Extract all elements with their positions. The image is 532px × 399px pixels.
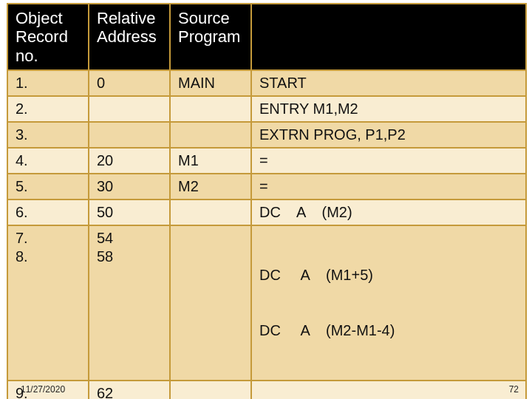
cell-address: 30: [89, 174, 170, 200]
cell-statement: EXTRN PROG, P1,P2: [251, 122, 526, 148]
cell-statement: START: [251, 70, 526, 96]
table-row: 6. 50 DC A (M2): [7, 200, 526, 225]
cell-record-no-8: 8.: [16, 248, 82, 266]
header-object-record-no: Object Record no.: [7, 4, 89, 70]
table-header-row: Object Record no. Relative Address Sourc…: [7, 4, 526, 70]
cell-address: 20: [89, 148, 170, 174]
cell-record-no: 7. 8.: [7, 225, 89, 381]
cell-record-no-7: 7.: [16, 229, 82, 248]
table-row: 4. 20 M1 =: [7, 148, 526, 174]
header-source-program: Source Program: [170, 4, 251, 70]
cell-source: [170, 122, 251, 148]
cell-source: [170, 96, 251, 122]
cell-statement-8: DC A (M2-M1-4): [259, 321, 519, 340]
header-statement: [251, 4, 526, 70]
table-row: 1. 0 MAIN START: [7, 70, 526, 96]
cell-record-no: 3.: [7, 122, 89, 148]
cell-address: 62 66: [89, 381, 170, 399]
cell-address-7: 54: [97, 229, 163, 248]
cell-source: [170, 225, 251, 381]
cell-record-no: 2.: [7, 96, 89, 122]
cell-address: [89, 122, 170, 148]
slide: Object Record no. Relative Address Sourc…: [0, 0, 532, 399]
cell-statement: ENTRY M1,M2: [251, 96, 526, 122]
cell-statement: =: [251, 174, 526, 200]
cell-record-no: 5.: [7, 174, 89, 200]
table-row: 3. EXTRN PROG, P1,P2: [7, 122, 526, 148]
cell-address: 50: [89, 200, 170, 225]
cell-address-9: 62: [97, 384, 163, 399]
cell-source: M2: [170, 174, 251, 200]
cell-statement: DC A (M1+5) DC A (M2-M1-4): [251, 225, 526, 381]
cell-statement: =: [251, 148, 526, 174]
cell-address: [89, 96, 170, 122]
cell-address: 54 58: [89, 225, 170, 381]
cell-address: 0: [89, 70, 170, 96]
cell-record-no: 1.: [7, 70, 89, 96]
source-program-table: Object Record no. Relative Address Sourc…: [7, 3, 527, 399]
cell-source: [170, 381, 251, 399]
cell-statement: DC A (PROG) DC A (P1+P2-PROG): [251, 381, 526, 399]
header-relative-address: Relative Address: [89, 4, 170, 70]
cell-source: MAIN: [170, 70, 251, 96]
footer-date: 11/27/2020: [21, 384, 65, 395]
cell-statement: DC A (M2): [251, 200, 526, 225]
cell-source: [170, 200, 251, 225]
cell-address-8: 58: [97, 248, 163, 266]
footer-page-number: 72: [509, 384, 519, 395]
table-row: 2. ENTRY M1,M2: [7, 96, 526, 122]
table-row: 5. 30 M2 =: [7, 174, 526, 200]
cell-record-no: 4.: [7, 148, 89, 174]
cell-record-no: 6.: [7, 200, 89, 225]
cell-statement-7: DC A (M1+5): [259, 266, 519, 284]
cell-source: M1: [170, 148, 251, 174]
